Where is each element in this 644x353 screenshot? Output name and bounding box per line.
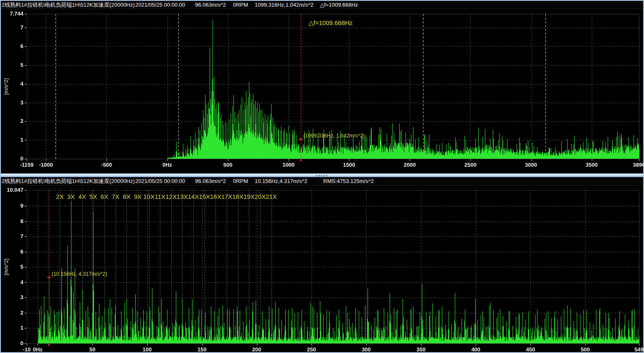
x-tick-label: 150 <box>188 346 217 353</box>
delta-f-annotation: △f=1009.668Hz <box>309 19 352 27</box>
spectrum-plot-bottom[interactable] <box>1 185 643 352</box>
y-tick-label: 7 <box>1 24 23 30</box>
plot-area-top: [m/s^2] △f=1009.668Hz -1159-1000-5000Hz5… <box>1 9 643 173</box>
spectrum-panel-bottom: 2线熟料1#拉链机\电机负荷端1H\512K加速度(20000Hz) 2021/… <box>1 177 643 352</box>
signal-path-label: 2线熟料1#拉链机\电机负荷端1H\512K加速度(20000Hz) <box>2 1 135 9</box>
x-tick-label: 3000 <box>517 162 546 168</box>
y-tick-label: 5 <box>1 62 23 68</box>
y-tick-label: 8 <box>1 218 23 224</box>
harmonic-order-label: 21X <box>263 193 280 200</box>
x-tick-label: 2500 <box>456 162 485 168</box>
x-tick-label: 450 <box>516 346 545 353</box>
signal-path-label: 2线熟料1#拉链机\电机负荷端1H\512K加速度(20000Hz) <box>2 177 135 185</box>
x-tick-label: 3890 <box>624 162 644 168</box>
plot-area-bottom: [m/s^2] -100Hz50100150200250300350400450… <box>1 185 643 352</box>
x-tick-label: 0Hz <box>153 162 182 168</box>
x-tick-label: -500 <box>92 162 121 168</box>
x-tick-label: 2000 <box>395 162 424 168</box>
splitter-grip-icon <box>316 175 328 176</box>
timestamp-label: 2021/05/25 00:00:00 <box>135 177 185 185</box>
x-tick-label: 400 <box>461 346 490 353</box>
cursor-annotation: (1099.316Hz, 1.042m/s^2) <box>304 133 365 139</box>
x-tick-label: 0Hz <box>23 346 52 353</box>
x-tick-label: 549 <box>624 346 644 353</box>
vibration-analyzer-window: 2线熟料1#拉链机\电机负荷端1H\512K加速度(20000Hz) 2021/… <box>0 0 644 353</box>
x-tick-label: 1500 <box>335 162 364 168</box>
y-tick-label: 1 <box>1 325 23 331</box>
cursor-readout: 10.156Hz,4.317m/s^2 <box>255 177 307 185</box>
y-axis-max-label: 7.744 <box>1 10 23 17</box>
cursor-annotation: (10.156Hz, 4.317m/s^2) <box>52 271 107 277</box>
y-tick-label: 2 <box>1 310 23 316</box>
y-tick-label: 6 <box>1 43 23 49</box>
overall-value-label: 96.063m/s^2 <box>195 1 226 9</box>
y-tick-label: 4 <box>1 81 23 87</box>
x-tick-label: -1000 <box>31 162 61 168</box>
rms-readout: RMS:4753.125m/s^2 <box>323 177 374 185</box>
x-tick-label: 100 <box>132 346 162 353</box>
spectrum-plot-top[interactable] <box>1 9 643 173</box>
y-tick-label: 2 <box>1 118 23 124</box>
y-tick-label: 4 <box>1 279 23 285</box>
x-tick-label: 1000 <box>274 162 303 168</box>
x-tick-label: 250 <box>297 346 326 353</box>
x-tick-label: 350 <box>406 346 436 353</box>
y-tick-label: 0 <box>1 155 23 162</box>
rpm-label: 0RPM <box>233 1 248 9</box>
delta-f-readout: △f=1009.668Hz <box>320 1 358 9</box>
x-tick-label: 50 <box>78 346 107 353</box>
y-tick-label: 6 <box>1 249 23 255</box>
y-tick-label: 9 <box>1 203 23 209</box>
y-tick-label: 3 <box>1 294 23 300</box>
timestamp-label: 2021/05/25 00:00:00 <box>135 1 185 9</box>
x-tick-label: 500 <box>570 346 600 353</box>
y-tick-label: 5 <box>1 264 23 270</box>
y-tick-label: 3 <box>1 99 23 106</box>
x-tick-label: 300 <box>352 346 381 353</box>
panel-splitter[interactable] <box>1 173 643 177</box>
y-tick-label: 0 <box>1 340 23 346</box>
rpm-label: 0RPM <box>233 177 248 185</box>
cursor-readout: 1099.316Hz,1.042m/s^2 <box>255 1 314 9</box>
x-tick-label: 3500 <box>577 162 606 168</box>
overall-value-label: 96.063m/s^2 <box>195 177 226 185</box>
panel-header-bottom: 2线熟料1#拉链机\电机负荷端1H\512K加速度(20000Hz) 2021/… <box>1 177 643 185</box>
y-tick-label: 7 <box>1 233 23 239</box>
y-tick-label: 1 <box>1 137 23 143</box>
x-tick-label: 200 <box>242 346 271 353</box>
spectrum-panel-top: 2线熟料1#拉链机\电机负荷端1H\512K加速度(20000Hz) 2021/… <box>1 1 643 173</box>
y-axis-max-label: 10.047 <box>1 187 23 193</box>
panel-header-top: 2线熟料1#拉链机\电机负荷端1H\512K加速度(20000Hz) 2021/… <box>1 1 643 9</box>
x-tick-label: 500 <box>213 162 243 168</box>
